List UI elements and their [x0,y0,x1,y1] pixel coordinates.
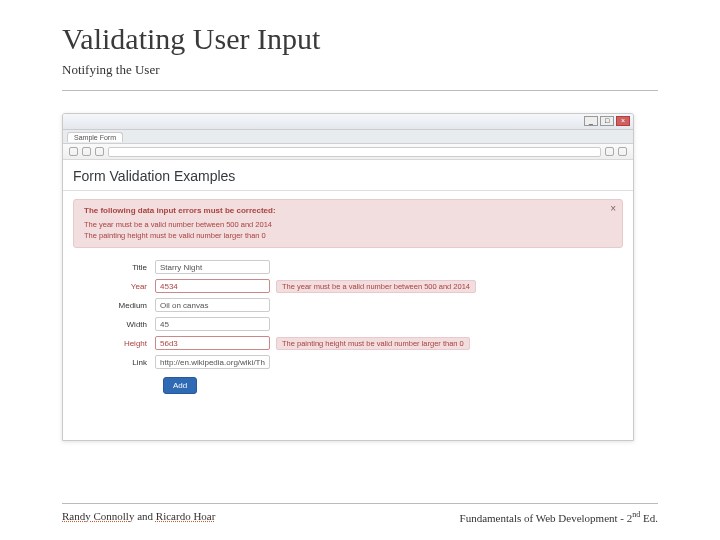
form-row-medium: Medium [73,298,623,312]
window-titlebar: _ □ × [63,114,633,130]
browser-window-mockup: _ □ × Sample Form Form Validation Exampl… [62,113,634,441]
add-button[interactable]: Add [163,377,197,394]
field-label: Medium [73,301,155,310]
form-row-link: Link [73,355,623,369]
width-input[interactable] [155,317,270,331]
height-input[interactable] [155,336,270,350]
address-bar[interactable] [108,147,601,157]
alert-item: The painting height must be valid number… [84,230,612,241]
book-reference: Fundamentals of Web Development - 2nd Ed… [460,510,658,524]
menu-icon[interactable] [618,147,627,156]
form-row-title: Title [73,260,623,274]
form-row-height: Height The painting height must be valid… [73,336,623,350]
reload-icon[interactable] [95,147,104,156]
back-icon[interactable] [69,147,78,156]
alert-heading: The following data input errors must be … [84,206,612,215]
author-name: Randy Connolly [62,510,134,522]
form-row-year: Year The year must be a valid number bet… [73,279,623,293]
title-divider [62,90,658,91]
book-suffix: Ed. [640,512,658,524]
authors: Randy Connolly and Ricardo Hoar [62,510,215,524]
browser-tabbar: Sample Form [63,130,633,144]
slide-footer: Randy Connolly and Ricardo Hoar Fundamen… [62,503,658,524]
field-label: Height [73,339,155,348]
alert-close-button[interactable]: × [610,203,616,214]
year-input[interactable] [155,279,270,293]
link-input[interactable] [155,355,270,369]
window-controls: _ □ × [584,116,630,126]
inline-error: The year must be a valid number between … [276,280,476,293]
field-label: Link [73,358,155,367]
inline-error: The painting height must be valid number… [276,337,470,350]
title-input[interactable] [155,260,270,274]
window-close-button[interactable]: × [616,116,630,126]
browser-tab[interactable]: Sample Form [67,132,123,142]
window-maximize-button[interactable]: □ [600,116,614,126]
page-content: Form Validation Examples × The following… [63,160,633,404]
browser-toolbar [63,144,633,160]
slide-subtitle: Notifying the User [62,62,658,78]
page-heading: Form Validation Examples [63,160,633,191]
star-icon[interactable] [605,147,614,156]
field-label: Year [73,282,155,291]
form-row-width: Width [73,317,623,331]
medium-input[interactable] [155,298,270,312]
author-join: and [134,510,155,522]
form: Title Year The year must be a valid numb… [63,256,633,404]
slide-title: Validating User Input [62,22,658,56]
alert-item: The year must be a valid number between … [84,219,612,230]
author-name: Ricardo Hoar [156,510,216,522]
window-minimize-button[interactable]: _ [584,116,598,126]
error-summary-alert: × The following data input errors must b… [73,199,623,248]
field-label: Width [73,320,155,329]
book-prefix: Fundamentals of Web Development - 2 [460,512,633,524]
forward-icon[interactable] [82,147,91,156]
field-label: Title [73,263,155,272]
